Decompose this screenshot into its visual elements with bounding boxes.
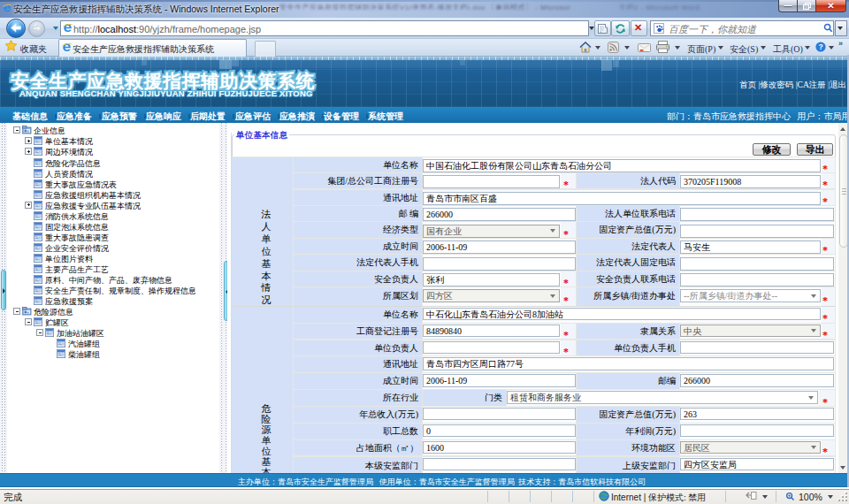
svg-text:?: ? — [818, 42, 822, 51]
